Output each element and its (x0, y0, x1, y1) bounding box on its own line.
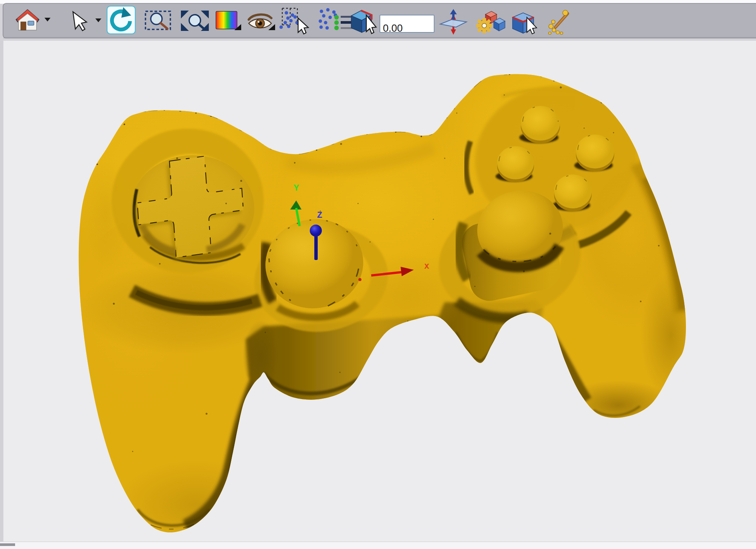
svg-text:X: X (424, 262, 429, 271)
svg-text:Z: Z (317, 210, 322, 220)
svg-text:Y: Y (294, 183, 299, 193)
svg-text:0.00: 0.00 (383, 23, 403, 34)
